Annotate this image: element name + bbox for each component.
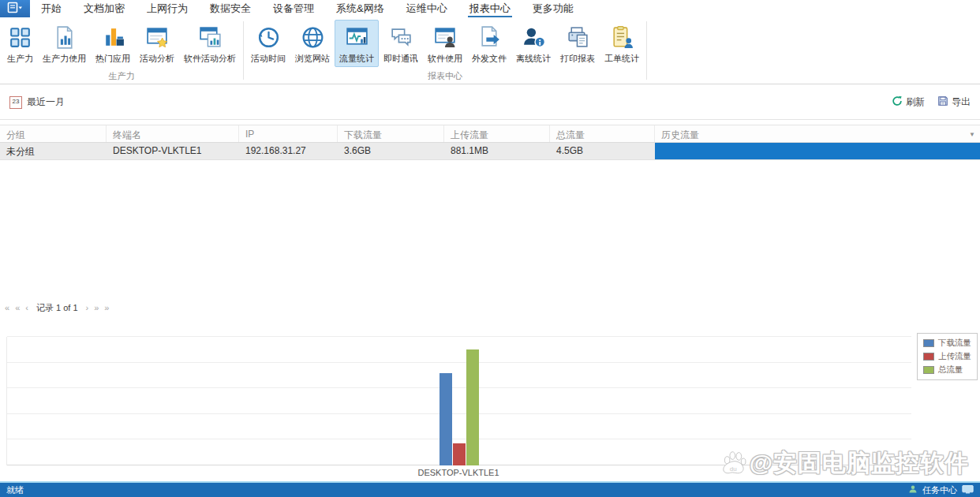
ribbon-item-outgoing-files[interactable]: 外发文件 [467, 20, 511, 67]
chart-legend: 下载流量 上传流量 总流量 [917, 333, 978, 380]
activity-analysis-icon [144, 23, 170, 51]
ribbon-item-software-usage[interactable]: 软件使用 [423, 20, 467, 67]
chat-icon [388, 23, 414, 51]
menu-tab-system-network[interactable]: 系统&网络 [325, 0, 395, 17]
record-count-label: 记录 1 of 1 [36, 302, 78, 314]
offline-stats-icon [521, 23, 547, 51]
refresh-button[interactable]: 刷新 [892, 95, 925, 109]
ribbon-group-label: 报表中心 [244, 70, 646, 84]
menu-tab-device-mgmt[interactable]: 设备管理 [262, 0, 325, 17]
ribbon-item-offline-stats[interactable]: 离线统计 [511, 20, 555, 67]
x-axis-category-label: DESKTOP-VLKTLE1 [6, 468, 911, 477]
col-header-group[interactable]: 分组 [0, 125, 107, 142]
menu-tab-report-center[interactable]: 报表中心 [458, 0, 522, 17]
menu-bar: 开始 文档加密 上网行为 数据安全 设备管理 系统&网络 运维中心 报表中心 更… [0, 0, 980, 17]
printer-icon [565, 23, 591, 51]
legend-swatch-total [923, 366, 934, 374]
next-page-icon[interactable]: › [86, 301, 89, 315]
col-header-terminal[interactable]: 终端名 [107, 125, 239, 142]
task-center-button[interactable]: 任务中心 [908, 484, 974, 496]
fast-prev-page-icon[interactable]: « [15, 301, 20, 315]
bar-下载流量 [440, 373, 452, 465]
menu-tab-web-behavior[interactable]: 上网行为 [136, 0, 199, 17]
ribbon-item-browse-websites[interactable]: 浏览网站 [290, 20, 335, 67]
legend-item-download: 下载流量 [923, 338, 971, 349]
chart-plot [6, 337, 911, 465]
refresh-icon [892, 95, 903, 109]
prev-page-icon[interactable]: ‹ [25, 301, 28, 315]
hot-apps-icon [100, 23, 126, 51]
col-header-download[interactable]: 下载流量 [338, 125, 444, 142]
last-page-icon[interactable]: » [104, 301, 109, 315]
calendar-icon: 23 [9, 96, 22, 109]
ribbon-group-label: 生产力 [0, 70, 243, 84]
ribbon-separator [646, 21, 647, 80]
ribbon-item-work-order-stats[interactable]: 工单统计 [600, 20, 644, 67]
task-center-label: 任务中心 [922, 484, 957, 496]
software-usage-icon [432, 23, 458, 51]
ribbon: 生产力 生产力使用 热门应用 [0, 17, 980, 84]
legend-swatch-upload [923, 353, 934, 361]
ribbon-item-instant-messaging[interactable]: 即时通讯 [379, 20, 423, 67]
ribbon-group-report-center: 活动时间 浏览网站 流量统计 [244, 17, 646, 84]
software-activity-analysis-icon [197, 23, 223, 51]
cell-upload: 881.1MB [444, 143, 550, 159]
ribbon-item-productivity[interactable]: 生产力 [2, 20, 38, 67]
col-header-ip[interactable]: IP [239, 125, 338, 142]
save-disk-icon [937, 95, 948, 109]
traffic-bar-chart: DESKTOP-VLKTLE1 下载流量 上传流量 总流量 [0, 316, 980, 483]
app-window-icon [7, 2, 23, 17]
traffic-stats-icon [344, 23, 370, 51]
chevron-down-icon[interactable]: ▼ [969, 131, 975, 138]
status-bar: 就绪 任务中心 [0, 481, 980, 497]
cell-terminal: DESKTOP-VLKTLE1 [107, 143, 239, 159]
first-page-icon[interactable]: « [5, 301, 9, 315]
app-menu-button[interactable] [0, 0, 30, 17]
grid-icon [7, 23, 33, 51]
cell-history [655, 143, 980, 159]
cell-download: 3.6GB [338, 143, 444, 159]
doc-chart-icon [51, 23, 77, 51]
cell-ip: 192.168.31.27 [239, 143, 338, 159]
traffic-table: 分组 终端名 IP 下载流量 上传流量 总流量 历史流量 ▼ 未分组 DESKT… [0, 125, 980, 160]
legend-item-upload: 上传流量 [923, 351, 971, 362]
menu-tab-ops-center[interactable]: 运维中心 [395, 0, 458, 17]
col-header-total[interactable]: 总流量 [550, 125, 655, 142]
ribbon-group-productivity: 生产力 生产力使用 热门应用 [0, 17, 243, 84]
work-order-icon [609, 23, 635, 51]
monitor-icon[interactable] [962, 484, 974, 496]
legend-item-total: 总流量 [923, 364, 971, 376]
record-pager: « « ‹ 记录 1 of 1 › » » [5, 301, 109, 315]
menu-tab-more[interactable]: 更多功能 [522, 0, 585, 17]
user-person-icon [908, 484, 918, 495]
ribbon-item-activity-time[interactable]: 活动时间 [246, 20, 290, 67]
filter-toolbar: 23 最近一月 刷新 导出 [0, 85, 980, 120]
clock-history-icon [256, 23, 282, 51]
status-ready-label: 就绪 [6, 484, 24, 496]
ribbon-item-traffic-stats[interactable]: 流量统计 [335, 20, 379, 67]
globe-icon [300, 23, 326, 51]
col-header-history[interactable]: 历史流量 ▼ [655, 125, 980, 142]
menu-tab-start[interactable]: 开始 [30, 0, 73, 17]
ribbon-item-software-activity-analysis[interactable]: 软件活动分析 [179, 20, 241, 67]
ribbon-item-activity-analysis[interactable]: 活动分析 [135, 20, 179, 67]
bar-group [440, 337, 479, 465]
outgoing-file-icon [477, 23, 503, 51]
cell-total: 4.5GB [550, 143, 655, 159]
bar-上传流量 [453, 443, 466, 465]
ribbon-item-hot-apps[interactable]: 热门应用 [91, 20, 135, 67]
date-range-label: 最近一月 [27, 95, 65, 109]
col-header-upload[interactable]: 上传流量 [444, 125, 550, 142]
app-window: 开始 文档加密 上网行为 数据安全 设备管理 系统&网络 运维中心 报表中心 更… [0, 0, 980, 497]
legend-swatch-download [923, 339, 934, 347]
bar-总流量 [466, 349, 479, 465]
menu-tab-data-security[interactable]: 数据安全 [199, 0, 262, 17]
table-row[interactable]: 未分组 DESKTOP-VLKTLE1 192.168.31.27 3.6GB … [0, 143, 980, 160]
fast-next-page-icon[interactable]: » [94, 301, 99, 315]
export-button[interactable]: 导出 [937, 95, 971, 109]
ribbon-item-print-report[interactable]: 打印报表 [555, 20, 600, 67]
cell-group: 未分组 [0, 143, 107, 159]
menu-tab-doc-encryption[interactable]: 文档加密 [73, 0, 136, 17]
date-range-filter[interactable]: 23 最近一月 [9, 95, 65, 109]
ribbon-item-productivity-usage[interactable]: 生产力使用 [38, 20, 91, 67]
